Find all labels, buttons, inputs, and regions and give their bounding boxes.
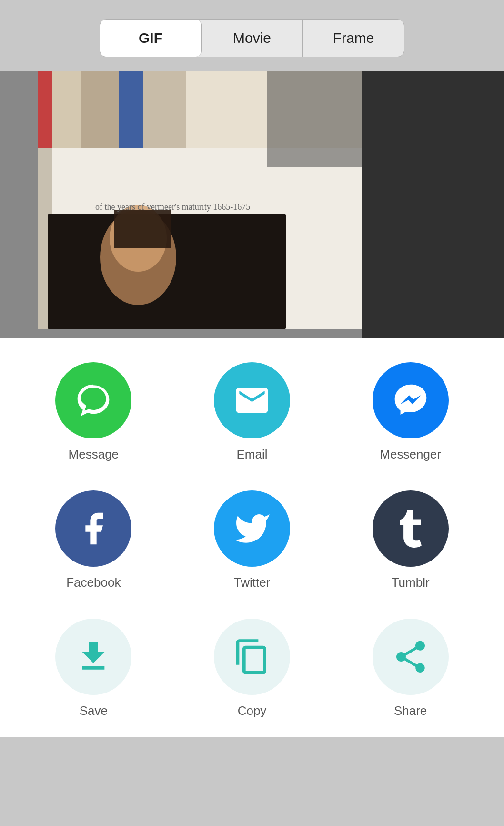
tumblr-label: Tumblr: [392, 575, 430, 590]
share-icon-circle: [373, 619, 449, 695]
copy-label: Copy: [238, 704, 267, 718]
save-icon: [74, 638, 112, 676]
share-item-email[interactable]: Email: [178, 362, 327, 462]
svg-text:of the years of vermeer's matu: of the years of vermeer's maturity 1665-…: [95, 202, 250, 212]
email-icon: [233, 381, 271, 419]
share-item-facebook[interactable]: Facebook: [19, 490, 168, 590]
share-item-save[interactable]: Save: [19, 619, 168, 718]
email-label: Email: [236, 447, 267, 462]
share-item-messenger[interactable]: Messenger: [336, 362, 485, 462]
share-label: Share: [394, 704, 427, 718]
svg-rect-14: [267, 71, 362, 167]
share-item-share[interactable]: Share: [336, 619, 485, 718]
messenger-icon-circle: [373, 362, 449, 438]
twitter-icon: [233, 510, 271, 548]
email-icon-circle: [214, 362, 290, 438]
top-section: GIF Movie Frame: [0, 0, 504, 71]
svg-rect-13: [362, 71, 504, 338]
twitter-icon-circle: [214, 490, 290, 567]
tab-frame[interactable]: Frame: [303, 20, 404, 57]
copy-icon-circle: [214, 619, 290, 695]
share-item-twitter[interactable]: Twitter: [178, 490, 327, 590]
share-grid: Message Email Messenger: [19, 362, 485, 718]
message-label: Message: [69, 447, 119, 462]
tab-movie[interactable]: Movie: [202, 20, 303, 57]
message-icon: [74, 381, 112, 419]
facebook-label: Facebook: [66, 575, 121, 590]
twitter-label: Twitter: [234, 575, 271, 590]
messenger-icon: [392, 381, 430, 419]
save-icon-circle: [55, 619, 131, 695]
share-icon: [392, 638, 430, 676]
message-icon-circle: [55, 362, 131, 438]
share-item-copy[interactable]: Copy: [178, 619, 327, 718]
svg-rect-12: [114, 210, 171, 248]
facebook-icon-circle: [55, 490, 131, 567]
messenger-label: Messenger: [380, 447, 441, 462]
save-label: Save: [80, 704, 108, 718]
share-item-tumblr[interactable]: Tumblr: [336, 490, 485, 590]
tab-bar: GIF Movie Frame: [100, 19, 404, 57]
facebook-icon: [74, 510, 112, 548]
share-item-message[interactable]: Message: [19, 362, 168, 462]
tab-gif[interactable]: GIF: [100, 20, 202, 57]
preview-image: of the years of vermeer's maturity 1665-…: [0, 71, 504, 338]
tumblr-icon-circle: [373, 490, 449, 567]
copy-icon: [233, 638, 271, 676]
share-sheet: Message Email Messenger: [0, 338, 504, 737]
tumblr-icon: [392, 510, 430, 548]
